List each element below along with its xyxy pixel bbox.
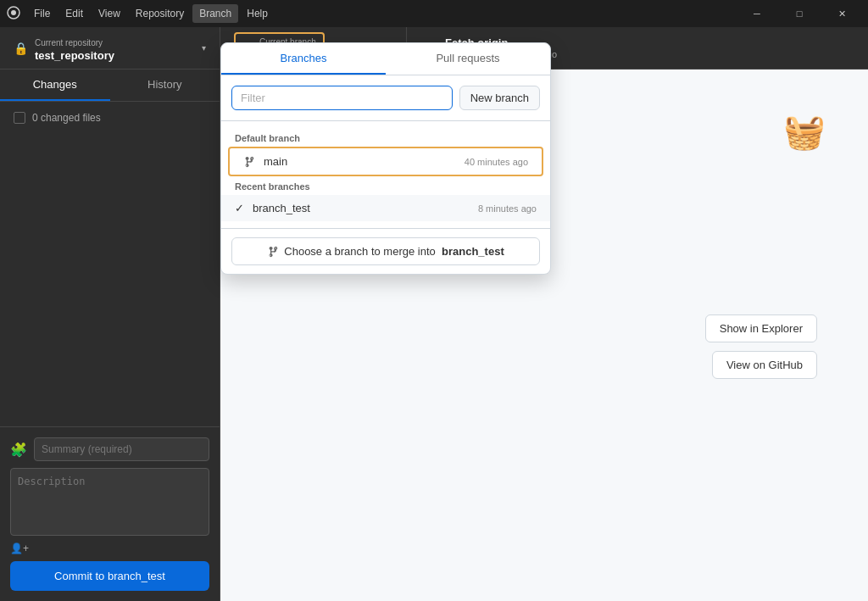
- repo-info: Current repository test_repository: [35, 34, 195, 62]
- assignee-icon: 👤+: [10, 543, 29, 554]
- avatar-icon: 🧩: [10, 442, 27, 458]
- repo-name: test_repository: [35, 49, 195, 62]
- branch-test-time: 8 minutes ago: [478, 203, 537, 214]
- merge-btn-label: Choose a branch to merge into branch_tes…: [284, 245, 504, 258]
- sidebar-tabs: Changes History: [0, 70, 220, 102]
- app-logo: [7, 6, 20, 22]
- select-all-checkbox[interactable]: [14, 112, 25, 124]
- merge-into-button[interactable]: Choose a branch to merge into branch_tes…: [231, 237, 540, 265]
- new-branch-button[interactable]: New branch: [459, 86, 540, 110]
- titlebar: File Edit View Repository Branch Help ─ …: [0, 0, 868, 27]
- repo-selector[interactable]: 🔒 Current repository test_repository ▾: [0, 27, 220, 69]
- action-buttons: Show in Explorer View on GitHub: [271, 314, 817, 379]
- svg-point-1: [11, 10, 16, 15]
- sidebar-content: 0 changed files: [0, 102, 220, 426]
- merge-prefix: Choose a branch to merge into: [284, 245, 436, 258]
- minimize-button[interactable]: ─: [737, 0, 776, 27]
- close-button[interactable]: ✕: [822, 0, 861, 27]
- menu-branch[interactable]: Branch: [192, 4, 238, 23]
- menu-bar: File Edit View Repository Branch Help: [27, 4, 275, 23]
- tab-changes[interactable]: Changes: [0, 70, 110, 101]
- current-repo-label: Current repository: [35, 38, 103, 47]
- dropdown-search-row: New branch: [221, 75, 550, 121]
- check-icon: ✓: [235, 202, 244, 214]
- basket-illustration: 🧺: [783, 112, 826, 152]
- assignee-row: 👤+: [10, 543, 209, 554]
- lock-icon: 🔒: [14, 42, 28, 55]
- branch-main-name: main: [264, 155, 456, 168]
- branch-filter-input[interactable]: [231, 86, 453, 110]
- branch-main-time: 40 minutes ago: [465, 157, 528, 167]
- menu-repository[interactable]: Repository: [129, 4, 191, 23]
- maximize-button[interactable]: □: [780, 0, 819, 27]
- menu-help[interactable]: Help: [240, 4, 275, 23]
- tab-history[interactable]: History: [110, 70, 220, 101]
- merge-branch-name: branch_test: [442, 245, 504, 258]
- summary-input[interactable]: [34, 437, 209, 461]
- dropdown-body: Default branch main 40 minutes ago Recen…: [221, 121, 550, 228]
- menu-edit[interactable]: Edit: [58, 4, 90, 23]
- dropdown-footer: Choose a branch to merge into branch_tes…: [221, 228, 550, 274]
- dropdown-tabs: Branches Pull requests: [221, 43, 550, 75]
- view-on-github-button[interactable]: View on GitHub: [712, 351, 817, 379]
- branch-dropdown: Branches Pull requests New branch Defaul…: [220, 42, 551, 275]
- summary-row: 🧩: [10, 437, 209, 461]
- branch-item-branch-test[interactable]: ✓ branch_test 8 minutes ago: [221, 195, 550, 221]
- changed-files-count: 0 changed files: [32, 112, 101, 124]
- show-in-explorer-button[interactable]: Show in Explorer: [705, 314, 817, 342]
- branch-item-main[interactable]: main 40 minutes ago: [228, 147, 543, 176]
- dropdown-tab-branches[interactable]: Branches: [221, 43, 386, 75]
- branch-test-name: branch_test: [253, 202, 470, 214]
- merge-icon: [267, 246, 279, 258]
- branch-item-icon: [243, 156, 255, 168]
- sidebar: Changes History 0 changed files 🧩 👤+ Com…: [0, 70, 220, 601]
- default-branch-heading: Default branch: [221, 128, 550, 147]
- sidebar-bottom: 🧩 👤+ Commit to branch_test: [0, 426, 220, 601]
- changed-files-row: 0 changed files: [0, 102, 220, 134]
- dropdown-tab-prs[interactable]: Pull requests: [386, 43, 550, 75]
- menu-view[interactable]: View: [92, 4, 127, 23]
- chevron-down-icon: ▾: [202, 43, 206, 53]
- description-textarea[interactable]: [10, 468, 209, 536]
- menu-file[interactable]: File: [27, 4, 57, 23]
- commit-button[interactable]: Commit to branch_test: [10, 561, 209, 591]
- recent-branch-heading: Recent branches: [221, 176, 550, 195]
- window-controls: ─ □ ✕: [737, 0, 861, 27]
